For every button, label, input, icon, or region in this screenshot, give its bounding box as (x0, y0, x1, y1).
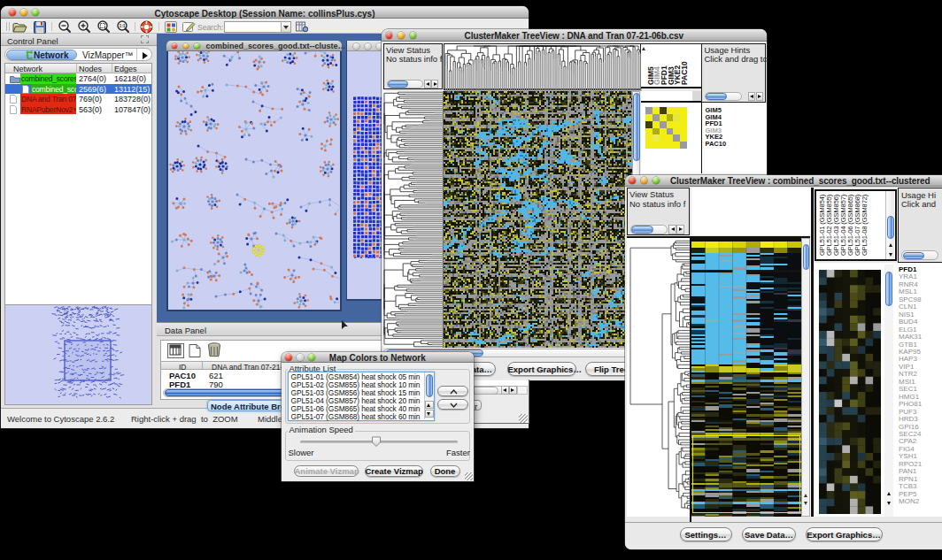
svg-text:1:1: 1:1 (119, 23, 125, 28)
